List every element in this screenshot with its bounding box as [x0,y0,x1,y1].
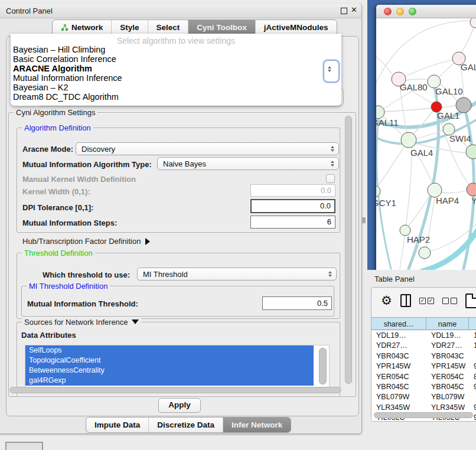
table-row[interactable]: YLR345WYLR345W9. [371,402,476,412]
table-cell: YBR045C [371,381,426,392]
data-attribute-item[interactable]: BetweennessCentrality [25,366,314,376]
algorithm-option[interactable]: ARACNE Algorithm [11,64,341,73]
table-cell: YDL19… [426,330,469,340]
minimized-panel-icon[interactable] [5,442,43,450]
network-edge[interactable] [400,148,412,269]
network-edge[interactable] [406,58,459,76]
aracne-mode-combo[interactable]: Discovery [76,142,339,155]
tab-impute-data[interactable]: Impute Data [86,418,149,432]
table-header-1[interactable]: name [426,317,469,330]
tab-discretize-data[interactable]: Discretize Data [149,418,223,432]
which-threshold-label: Which threshold to use: [43,270,130,279]
close-traffic-light-icon[interactable] [384,8,392,15]
table-cell: YBR043C [426,351,469,361]
table-cell: YER054C [371,371,426,381]
hub-definition-label: Hub/Transcription Factor Definition [22,237,141,246]
tab-style[interactable]: Style [112,20,148,35]
table-row[interactable]: YER054CYER054C8. [371,371,476,381]
algorithm-option[interactable]: Basic Correlation Inference [11,54,341,64]
node-label-HAP4: HAP4 [436,195,459,206]
mi-steps-field[interactable]: 6 [250,216,335,229]
kernel-width-field[interactable]: 0.0 [250,184,335,197]
network-edge[interactable] [442,106,456,107]
tab-network[interactable]: Network [53,20,112,35]
mi-threshold-label: Mutual Information Threshold: [27,299,138,308]
deselect-all-icon[interactable] [442,298,457,304]
algorithm-option[interactable]: Mutual Information Inference [11,73,341,83]
tab-cyni-toolbox[interactable]: Cyni Toolbox [188,20,256,35]
select-all-icon[interactable]: ✓✓ [419,298,434,304]
network-node-node-top[interactable] [470,18,476,28]
table-row[interactable]: YPR145WYPR145W9. [371,361,476,371]
network-edge[interactable] [384,108,431,112]
algorithm-option[interactable]: Bayesian – K2 [11,83,341,92]
data-attribute-item[interactable]: TopologicalCoefficient [25,356,314,366]
table-row[interactable]: YDR27…YDR27…12 [371,340,476,350]
table-row[interactable]: YDL19…YDL19…13 [371,330,476,340]
control-panel-titlebar[interactable] [0,4,361,18]
new-table-icon[interactable] [465,294,476,308]
columns-icon[interactable] [400,294,411,307]
zoom-traffic-light-icon[interactable] [409,8,416,15]
aracne-mode-label: Aracne Mode: [22,145,73,154]
data-attribute-item[interactable]: SelfLoops [25,345,314,356]
table-cell: YDR27… [371,340,426,350]
data-attributes-list: SelfLoopsTopologicalCoefficientBetweenne… [25,345,330,390]
tab-jactivemnodules[interactable]: jActiveMNodules [256,20,337,35]
network-node-node-gray[interactable] [456,97,471,113]
table-row[interactable]: YBL079WYBL079W [371,392,476,402]
settings-vertical-scrollbar-thumb[interactable] [345,116,352,384]
data-attribute-item[interactable]: gal4RGexp [25,376,314,386]
table-row[interactable]: YBR045CYBR045C9. [371,381,476,392]
table-cell: YDL19… [371,330,426,340]
network-canvas[interactable]: GALGAL80GAL10GAL1GAL11SWI4GAL4GCY1HAP4YH… [376,18,476,270]
mi-type-combo[interactable]: Naive Bayes [157,157,339,170]
algorithm-option[interactable]: Dream8 DC_TDC Algorithm [11,92,341,102]
network-edge[interactable] [376,54,392,74]
node-label-GAL: GAL [461,62,476,72]
network-window-titlebar[interactable] [376,5,476,18]
table-cell: YBR045C [426,381,469,392]
dpi-tolerance-field[interactable]: 0.0 [250,199,335,213]
network-edge[interactable] [414,111,433,133]
sources-title[interactable]: Sources for Network Inference [22,318,141,327]
node-table-panel: ⚙ ✓✓ shared…nameAYDL19…YDL19…13YDR27…YDR… [371,287,476,422]
close-icon[interactable]: ✕ [351,5,357,14]
manual-kernel-label: Manual Kernel Width Definition [22,175,136,184]
gear-icon[interactable]: ⚙ [381,295,392,306]
minimize-traffic-light-icon[interactable] [396,8,404,15]
attribute-list-scrollbar[interactable] [319,348,327,384]
manual-kernel-checkbox[interactable] [326,174,335,183]
kernel-width-label: Kernel Width (0,1): [22,187,90,196]
table-header-0[interactable]: shared… [371,317,426,330]
mi-threshold-field[interactable]: 0.5 [262,296,332,310]
which-threshold-combo[interactable]: MI Threshold [137,268,337,281]
dpi-tolerance-label: DPI Tolerance [0,1]: [22,203,93,212]
algorithm-option[interactable]: Bayesian – Hill Climbing [11,45,341,54]
network-node-node-pink-right[interactable] [467,183,476,196]
network-edge[interactable] [378,147,404,186]
network-node-GAL4[interactable] [401,132,416,148]
pane-splitter-handle[interactable] [361,217,366,223]
network-node-node-green-bottom[interactable] [419,247,431,259]
table-cell: 9. [469,402,476,412]
network-node-GCY1[interactable] [376,185,380,197]
node-label-SWI4: SWI4 [449,133,471,144]
hub-definition-toggle[interactable]: Hub/Transcription Factor Definition [22,237,150,246]
network-edge[interactable] [405,79,428,81]
algorithm-definition-title: Algorithm Definition [22,123,93,132]
table-row[interactable]: YBR043CYBR043C [371,351,476,361]
table-horizontal-scrollbar[interactable] [374,412,473,418]
network-edge[interactable] [438,112,471,186]
network-edge[interactable] [441,190,467,193]
algorithm-combo-fragment[interactable] [323,60,340,83]
table-header-2[interactable]: A [469,317,476,330]
tab-infer-network[interactable]: Infer Network [223,418,291,432]
cyni-mode-tabs: Impute DataDiscretize DataInfer Network [86,417,291,433]
node-label-HAP2: HAP2 [407,234,430,244]
node-label-node-pink-right: Y [471,195,476,206]
tab-select[interactable]: Select [148,20,189,35]
apply-button[interactable]: Apply [158,398,201,413]
float-window-icon[interactable] [341,8,347,14]
settings-horizontal-scrollbar-thumb[interactable] [9,387,341,393]
